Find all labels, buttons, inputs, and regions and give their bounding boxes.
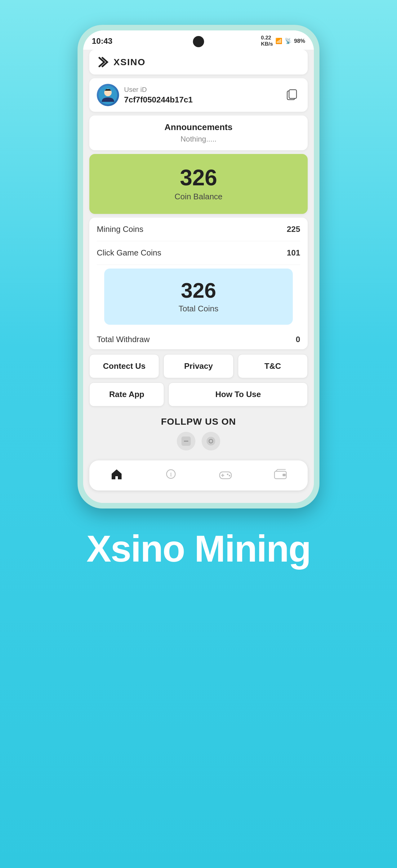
- status-time: 10:43: [92, 36, 112, 46]
- coin-balance-card: 326 Coin Balance: [89, 154, 308, 214]
- logo-icon: [98, 57, 112, 68]
- total-withdraw-label: Total Withdraw: [97, 335, 150, 344]
- how-to-use-button[interactable]: How To Use: [168, 382, 308, 406]
- user-details: User iD 7cf7f050244b17c1: [124, 86, 193, 104]
- follow-title: FOLLPW US ON: [96, 416, 301, 427]
- phone-screen: 10:43 0.22KB/s 📶 📡 98% XSINO: [83, 30, 314, 503]
- status-icons: 0.22KB/s 📶 📡 98%: [261, 35, 305, 47]
- user-card: User iD 7cf7f050244b17c1: [89, 78, 308, 112]
- header-bar: XSINO: [89, 50, 308, 74]
- total-coins-wrapper: 326 Total Coins: [97, 265, 300, 330]
- tc-button[interactable]: T&C: [238, 354, 308, 378]
- btn-row-2: Rate App How To Use: [89, 382, 308, 406]
- nav-mining[interactable]: ₿: [159, 466, 183, 485]
- home-icon: [110, 468, 123, 483]
- coin-balance-label: Coin Balance: [97, 192, 300, 202]
- rate-app-button[interactable]: Rate App: [89, 382, 164, 406]
- click-game-value: 101: [287, 248, 300, 258]
- privacy-button[interactable]: Privacy: [163, 354, 233, 378]
- mining-coins-value: 225: [287, 224, 300, 234]
- wifi-icon: 📶: [275, 37, 282, 44]
- action-buttons: Contect Us Privacy T&C Rate App How To U…: [89, 354, 308, 406]
- nav-home[interactable]: [104, 466, 129, 485]
- svg-point-6: [206, 437, 215, 445]
- coin-balance-number: 326: [97, 166, 300, 189]
- total-coins-number: 326: [112, 280, 285, 301]
- phone-frame: 10:43 0.22KB/s 📶 📡 98% XSINO: [77, 25, 320, 508]
- wallet-icon: [274, 469, 287, 482]
- game-icon: [219, 469, 232, 482]
- signal-icon: 📡: [285, 37, 292, 44]
- bottom-title-section: Xsino Mining: [87, 527, 311, 570]
- user-info: User iD 7cf7f050244b17c1: [97, 84, 193, 106]
- nav-game[interactable]: [213, 467, 238, 484]
- click-game-row: Click Game Coins 101: [97, 241, 300, 265]
- total-withdraw-value: 0: [296, 335, 300, 344]
- follow-section: FOLLPW US ON: [89, 410, 308, 457]
- follow-icons: [96, 432, 301, 451]
- mining-coins-row: Mining Coins 225: [97, 218, 300, 241]
- total-coins-card: 326 Total Coins: [104, 269, 293, 325]
- total-coins-label: Total Coins: [112, 304, 285, 314]
- click-game-label: Click Game Coins: [97, 248, 161, 258]
- announcements-title: Announcements: [97, 122, 300, 132]
- app-content: XSINO User iD 7cf: [83, 50, 314, 503]
- follow-icon-2[interactable]: [202, 432, 220, 451]
- stats-section: Mining Coins 225 Click Game Coins 101 32…: [89, 218, 308, 349]
- avatar: [97, 84, 119, 106]
- logo: XSINO: [98, 57, 145, 68]
- camera-notch: [193, 36, 204, 47]
- battery-indicator: 98%: [294, 38, 305, 44]
- user-id-value: 7cf7f050244b17c1: [124, 95, 193, 104]
- svg-point-14: [229, 475, 230, 476]
- svg-text:₿: ₿: [170, 472, 172, 477]
- contact-us-button[interactable]: Contect Us: [89, 354, 159, 378]
- bottom-nav: ₿: [89, 460, 308, 491]
- svg-rect-16: [283, 474, 286, 476]
- total-withdraw-row: Total Withdraw 0: [97, 330, 300, 349]
- btn-row-1: Contect Us Privacy T&C: [89, 354, 308, 378]
- copy-button[interactable]: [284, 87, 300, 103]
- follow-icon-1[interactable]: [177, 432, 195, 451]
- status-bar: 10:43 0.22KB/s 📶 📡 98%: [83, 30, 314, 50]
- logo-text: XSINO: [113, 57, 145, 67]
- mining-icon: ₿: [165, 468, 177, 483]
- user-id-label: User iD: [124, 86, 193, 94]
- mining-coins-label: Mining Coins: [97, 224, 143, 234]
- announcements-text: Nothing.....: [97, 135, 300, 144]
- announcements-card: Announcements Nothing.....: [89, 116, 308, 150]
- data-icon: 0.22KB/s: [261, 35, 273, 47]
- svg-point-13: [227, 473, 228, 475]
- bottom-title-text: Xsino Mining: [87, 527, 311, 570]
- svg-rect-3: [289, 90, 297, 98]
- avatar-image: [99, 86, 117, 104]
- nav-wallet[interactable]: [268, 467, 293, 484]
